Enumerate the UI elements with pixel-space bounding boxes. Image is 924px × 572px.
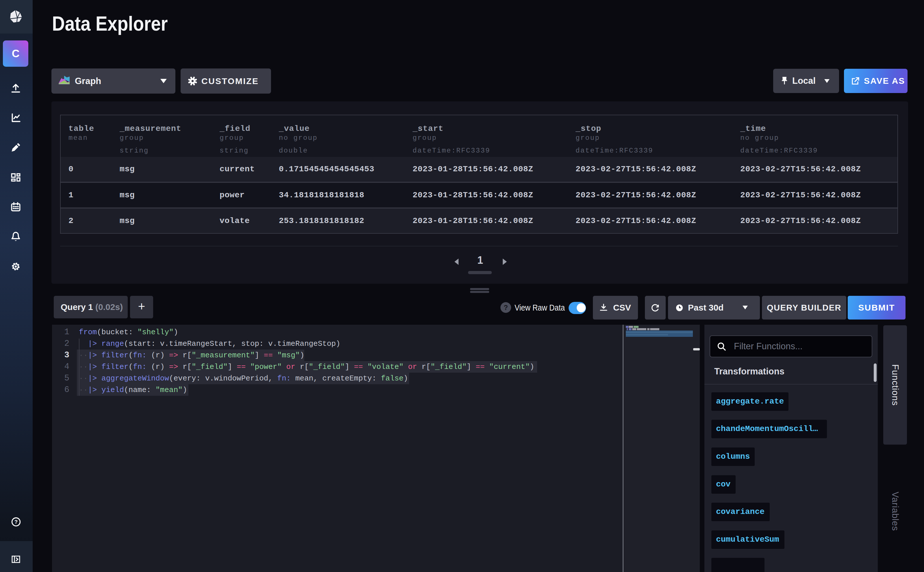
svg-text:?: ? [14, 519, 18, 525]
